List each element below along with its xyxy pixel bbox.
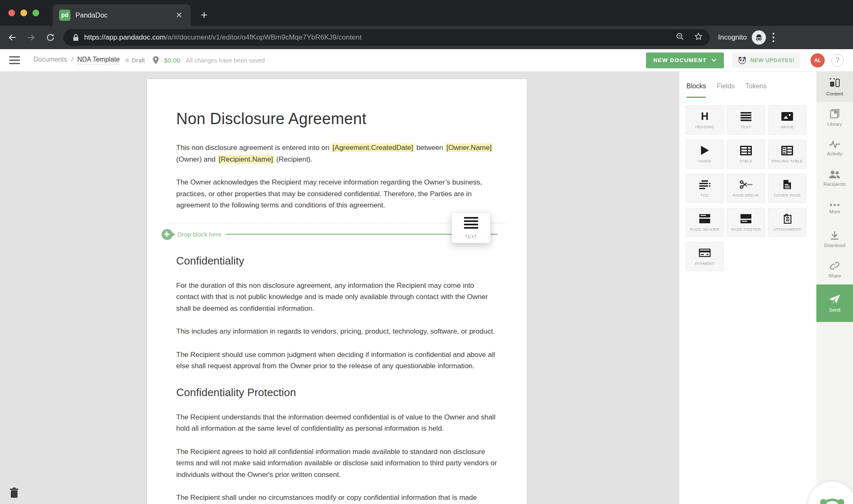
paragraph-understands[interactable]: The Recipient understands that the infor… [176,412,498,434]
payment-icon [699,247,711,258]
attachment-icon [782,213,792,224]
tab-close-icon[interactable] [174,10,184,20]
content-icon [829,78,840,89]
dragged-text-block[interactable]: TEXT [451,212,491,243]
close-window-button[interactable] [8,10,15,16]
token-owner-name[interactable]: [Owner.Name] [445,143,493,152]
bookmark-star-icon[interactable] [694,32,703,43]
tile-label: COVER PAGE [773,193,801,197]
minimize-window-button[interactable] [20,10,27,16]
heading-confidentiality[interactable]: Confidentiality [176,254,498,267]
browser-menu-icon[interactable] [772,32,775,43]
paragraph-agrees[interactable]: The Recipient agrees to hold all confide… [176,446,498,481]
rail-item-recipients[interactable]: Recipients [816,163,853,193]
paragraph-includes[interactable]: This includes any information in regards… [176,326,498,337]
drop-zone-indicator[interactable]: Drop block here [162,229,498,240]
browser-tab[interactable]: pd PandaDoc [52,4,191,26]
block-tile-image[interactable]: IMAGE [768,105,806,135]
reload-icon[interactable] [43,30,57,45]
rail-item-send[interactable]: Send [816,284,853,322]
rail-label: Library [827,122,842,127]
tab-fields[interactable]: Fields [717,82,735,98]
main-menu-icon[interactable] [9,56,20,64]
rail-item-activity[interactable]: Activity [816,132,853,163]
chevron-down-icon [711,59,716,62]
block-tile-attachment[interactable]: ATTACHMENT [768,208,806,237]
tag-icon[interactable] [152,56,160,65]
new-document-button[interactable]: NEW DOCUMENT [646,52,724,68]
rail-label: More [829,209,840,214]
back-icon[interactable] [5,30,19,45]
tile-label: PAGE FOOTER [731,227,761,232]
tile-label: PRICING TABLE [771,159,803,163]
avatar[interactable]: AL [811,53,825,67]
help-button[interactable]: ? [831,54,844,67]
recipients-icon [828,170,841,179]
document-title[interactable]: Non Disclosure Agreement [176,110,498,128]
new-document-label: NEW DOCUMENT [653,57,707,63]
rail-item-share[interactable]: Share [816,254,853,284]
pricing-table-icon [781,145,793,156]
zoom-page-icon[interactable] [676,32,685,43]
drop-block-label: Drop block here [177,231,222,238]
editor-canvas: Non Disclosure Agreement This non disclo… [0,72,679,504]
tile-label: TABLE [740,159,753,163]
panel-tabs: Blocks Fields Tokens [686,72,810,98]
block-tile-toc[interactable]: TOC [686,174,724,203]
rail-item-content[interactable]: Content [816,72,853,102]
block-tile-page-footer[interactable]: PAGE FOOTER [727,208,765,237]
trash-icon[interactable] [8,487,20,499]
block-tile-page-break[interactable]: PAGE BREAK [727,174,765,203]
block-tile-table[interactable]: TABLE [727,140,765,169]
tile-label: ATTACHMENT [773,227,801,232]
url-bar[interactable]: https://app.pandadoc.com/a/#/document/v1… [63,29,710,46]
image-icon [781,111,793,122]
block-tile-text[interactable]: TEXT [727,105,765,135]
paragraph-judgment[interactable]: The Recipient should use common judgment… [176,349,498,372]
tile-label: PAGE BREAK [733,193,759,197]
tile-label: PAGE HEADER [690,227,719,232]
paragraph-acknowledge[interactable]: The Owner acknowledges the Recipient may… [176,177,498,211]
tab-blocks[interactable]: Blocks [686,82,706,98]
add-block-plus-icon[interactable] [162,229,172,240]
zoom-window-button[interactable] [32,10,39,16]
heading-confidentiality-protection[interactable]: Confidentiality Protection [176,386,498,399]
page-break-scissors-icon [740,179,752,190]
breadcrumb: Documents / NDA Template [33,56,120,65]
share-link-icon [830,261,840,271]
block-tile-video[interactable]: VIDEO [686,140,724,169]
document-name[interactable]: NDA Template [77,56,120,65]
block-tile-cover-page[interactable]: COVER PAGE [768,174,806,203]
panda-icon [738,57,746,64]
toc-icon [699,179,711,190]
tile-label: HEADING [695,125,714,129]
new-tab-button[interactable] [197,7,212,22]
token-recipient-name[interactable]: [Recipient.Name] [217,155,274,164]
paragraph-intro[interactable]: This non disclosure agreement is entered… [176,142,498,165]
block-tile-payment[interactable]: PAYMENT [686,242,724,271]
new-updates-button[interactable]: NEW UPDATES! [732,53,801,68]
block-tile-page-header[interactable]: PAGE HEADER [686,208,724,237]
rail-item-library[interactable]: Library [816,102,853,132]
token-agreement-createddate[interactable]: [Agreement.CreatedDate] [331,143,414,152]
download-icon [830,230,840,240]
rail-item-download[interactable]: Download [816,224,853,254]
document-amount[interactable]: $0.00 [164,57,180,64]
incognito-label: Incognito [718,33,747,42]
breadcrumb-documents[interactable]: Documents [33,56,67,63]
block-tile-heading[interactable]: H HEADING [686,105,724,135]
paragraph-modify[interactable]: The Recipient shall under no circumstanc… [176,492,498,504]
tab-tokens[interactable]: Tokens [746,82,767,98]
library-icon [829,108,840,119]
forward-icon[interactable] [24,30,38,45]
rail-item-more[interactable]: More [816,193,853,224]
block-tile-pricing-table[interactable]: PRICING TABLE [768,140,806,169]
more-icon [829,203,840,207]
paragraph-duration[interactable]: For the duration of this non disclosure … [176,280,498,314]
text-icon [740,111,752,122]
document-page[interactable]: Non Disclosure Agreement This non disclo… [147,79,527,504]
url-text: https://app.pandadoc.com/a/#/document/v1… [84,33,362,42]
window-controls[interactable] [8,10,39,16]
tile-label: TEXT [741,125,751,129]
lock-icon[interactable] [72,34,79,42]
